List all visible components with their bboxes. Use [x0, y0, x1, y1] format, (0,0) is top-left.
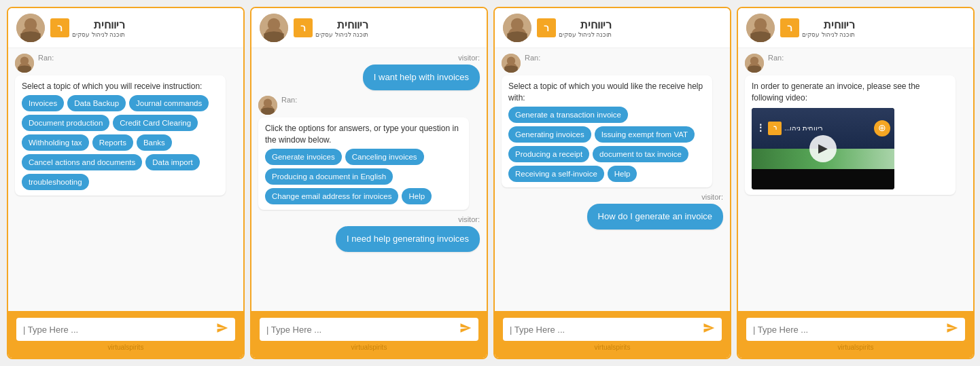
bot-message-text: Select a topic of which you would like t… [508, 81, 703, 103]
bot-avatar-row: Ran: [15, 54, 54, 73]
chat-chip[interactable]: Receiving a self-invoice [508, 166, 604, 182]
visitor-message-row: visitor: I want help with invoices [258, 54, 480, 90]
chat-chip[interactable]: Credit Card Clearing [113, 115, 198, 131]
chat-chip[interactable]: Help [402, 188, 432, 204]
bot-avatar-row: Ran: [745, 54, 784, 73]
three-dots-icon: ⋮ [756, 122, 765, 135]
chat-messages[interactable]: Ran: In order to generate an invoice, pl… [738, 48, 973, 311]
chat-chip[interactable]: troubleshooting [22, 174, 89, 190]
bot-bubble: Click the options for answers, or type y… [258, 117, 469, 210]
chat-input[interactable] [510, 325, 697, 335]
bot-message-row: Ran: Click the options for answers, or t… [258, 96, 480, 210]
header-avatar [746, 14, 775, 42]
chat-input[interactable] [23, 325, 211, 335]
chat-chip[interactable]: Generate a transaction invoice [508, 107, 628, 123]
vid-bottom [752, 169, 894, 189]
logo-subtitle: תוכנה לניהול עסקים [802, 31, 855, 38]
chat-chip[interactable]: Reports [92, 134, 133, 151]
logo-icon: ר [780, 18, 799, 37]
bot-bubble: In order to generate an invoice, please … [745, 75, 956, 195]
send-button[interactable] [216, 322, 228, 337]
header-avatar [16, 14, 45, 42]
chat-input-area: virtualspirits [251, 311, 487, 358]
play-button[interactable]: ▶ [809, 135, 837, 162]
bot-sender-label: Ran: [38, 54, 54, 62]
chat-header: ר ריווחית תוכנה לניהול עסקים [251, 8, 487, 48]
chat-chip[interactable]: Producing a receipt [508, 146, 589, 162]
video-thumbnail[interactable]: ⋮ ר ריווחית ניהו... ⊕ ▶ [752, 108, 894, 189]
chat-input[interactable] [753, 325, 941, 335]
chat-input[interactable] [266, 325, 454, 335]
bot-avatar [258, 96, 277, 115]
chat-panel-4: ר ריווחית תוכנה לניהול עסקים Ran: In ord… [737, 7, 975, 359]
chat-chip[interactable]: Producing a document in English [265, 168, 393, 185]
bot-message-row: Ran: Select a topic of which you would l… [502, 54, 723, 187]
logo-area: ר ריווחית תוכנה לניהול עסקים [780, 18, 855, 38]
logo-icon: ר [294, 18, 313, 37]
chat-header: ר ריווחית תוכנה לניהול עסקים [8, 8, 243, 48]
chat-chip[interactable]: Withholding tax [22, 134, 89, 151]
chat-chip[interactable]: Banks [137, 134, 172, 151]
chat-messages[interactable]: visitor: I want help with invoices Ran: … [251, 48, 487, 311]
chat-chip[interactable]: Issuing exempt from VAT [595, 126, 695, 143]
panels-container: ר ריווחית תוכנה לניהול עסקים Ran: Select… [0, 0, 980, 366]
chat-chip[interactable]: Cancel actions and documents [22, 154, 142, 170]
chat-chip[interactable]: Change email address for invoices [265, 188, 398, 204]
chip-container: Generate invoicesCanceling invoicesProdu… [265, 149, 462, 204]
bot-avatar [15, 54, 34, 73]
logo-subtitle: תוכנה לניהול עסקים [559, 31, 612, 38]
chat-panel-1: ר ריווחית תוכנה לניהול עסקים Ran: Select… [7, 7, 245, 359]
header-avatar [503, 14, 531, 42]
bot-avatar-row: Ran: [502, 54, 540, 73]
logo-subtitle: תוכנה לניהול עסקים [315, 31, 368, 38]
chat-chip[interactable]: Generate invoices [265, 149, 342, 165]
logo-text: ריווחית [315, 18, 368, 31]
bot-sender-label: Ran: [281, 96, 297, 104]
chat-chip[interactable]: Generating invoices [508, 126, 591, 143]
logo-icon: ר [50, 18, 69, 37]
chat-chip[interactable]: Data import [145, 154, 199, 170]
chat-chip[interactable]: Document production [22, 115, 109, 131]
footer-brand: virtualspirits [503, 344, 722, 351]
bot-message-text: Click the options for answers, or type y… [265, 124, 459, 145]
logo-area: ר ריווחית תוכנה לניהול עסקים [537, 18, 612, 38]
send-button[interactable] [459, 322, 472, 337]
chat-chip[interactable]: Canceling invoices [345, 149, 424, 165]
chat-input-area: virtualspirits [738, 311, 973, 358]
footer-brand: virtualspirits [746, 344, 965, 351]
visitor-sender-label: visitor: [458, 215, 480, 223]
bot-bubble: Select a topic of which you would like t… [502, 75, 712, 187]
send-button[interactable] [703, 322, 715, 337]
input-row [16, 318, 235, 341]
chat-messages[interactable]: Ran: Select a topic of which you will re… [8, 48, 243, 311]
chat-chip[interactable]: Data Backup [67, 95, 126, 111]
chat-chip[interactable]: Help [608, 166, 637, 182]
input-row [503, 318, 722, 341]
input-row [260, 318, 478, 341]
chat-chip[interactable]: Journal commands [129, 95, 209, 111]
chat-chip[interactable]: Invoices [22, 95, 64, 111]
chat-header: ר ריווחית תוכנה לניהול עסקים [495, 8, 730, 48]
logo-subtitle: תוכנה לניהול עסקים [72, 31, 125, 38]
input-row [746, 318, 965, 341]
vid-logo: ר [768, 122, 782, 135]
bot-bubble: Select a topic of which you will receive… [15, 75, 226, 196]
logo-area: ר ריווחית תוכנה לניהול עסקים [294, 18, 368, 38]
chat-panel-2: ר ריווחית תוכנה לניהול עסקים visitor: I … [250, 7, 488, 359]
send-button[interactable] [946, 322, 958, 337]
chip-container: InvoicesData BackupJournal commandsDocum… [22, 95, 219, 190]
vid-title: ריווחית ניהו... [784, 124, 823, 133]
logo-text: ריווחית [72, 18, 125, 31]
bot-message-text: Select a topic of which you will receive… [22, 81, 202, 91]
footer-brand: virtualspirits [16, 344, 235, 351]
bot-message-row: Ran: In order to generate an invoice, pl… [745, 54, 966, 195]
logo-icon: ר [537, 18, 556, 37]
chat-messages[interactable]: Ran: Select a topic of which you would l… [495, 48, 730, 311]
chat-input-area: virtualspirits [8, 311, 243, 358]
bot-sender-label: Ran: [525, 54, 540, 62]
vid-circle-icon: ⊕ [874, 120, 890, 136]
chat-chip[interactable]: document to tax invoice [593, 146, 688, 162]
bot-avatar [745, 54, 764, 73]
visitor-message-row: visitor: I need help generating invoices [258, 215, 480, 252]
bot-message-text: In order to generate an invoice, please … [752, 81, 920, 103]
